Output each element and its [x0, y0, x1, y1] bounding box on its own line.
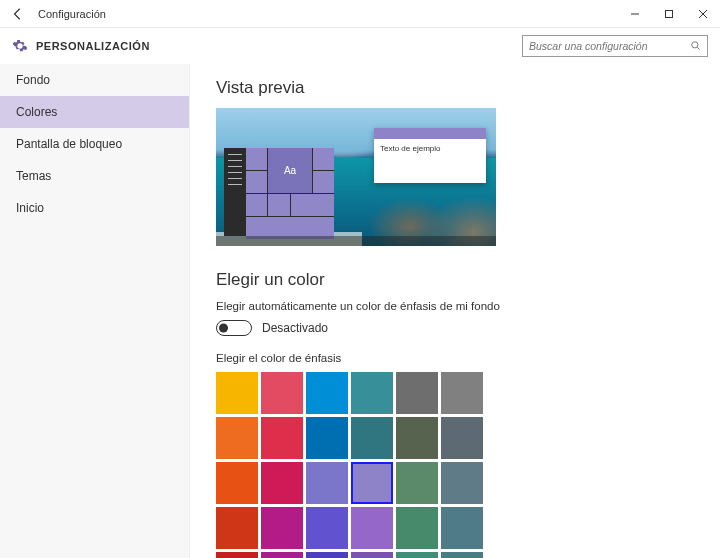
sidebar-item-label: Pantalla de bloqueo — [16, 137, 122, 151]
color-swatch[interactable] — [351, 552, 393, 558]
color-swatch[interactable] — [306, 462, 348, 504]
taskbar-preview — [216, 236, 496, 246]
sidebar-item-temas[interactable]: Temas — [0, 160, 189, 192]
sidebar-item-label: Fondo — [16, 73, 50, 87]
minimize-button[interactable] — [618, 0, 652, 28]
color-swatch[interactable] — [441, 372, 483, 414]
color-swatch[interactable] — [441, 417, 483, 459]
toggle-state-label: Desactivado — [262, 321, 328, 335]
color-swatch[interactable] — [306, 507, 348, 549]
auto-color-toggle[interactable] — [216, 320, 252, 336]
start-menu-preview: Aa — [224, 148, 334, 236]
maximize-button[interactable] — [652, 0, 686, 28]
color-swatch[interactable] — [216, 462, 258, 504]
color-swatch[interactable] — [216, 552, 258, 558]
color-swatch[interactable] — [261, 552, 303, 558]
sidebar-item-label: Colores — [16, 105, 57, 119]
header: PERSONALIZACIÓN — [0, 28, 720, 64]
window-title: Configuración — [36, 8, 618, 20]
gear-icon — [12, 38, 28, 54]
search-icon — [690, 40, 701, 53]
color-swatch[interactable] — [396, 372, 438, 414]
color-heading: Elegir un color — [216, 270, 694, 290]
accent-color-label: Elegir el color de énfasis — [216, 352, 694, 364]
color-swatch[interactable] — [261, 462, 303, 504]
sidebar-item-fondo[interactable]: Fondo — [0, 64, 189, 96]
color-swatch[interactable] — [441, 507, 483, 549]
tile-aa: Aa — [268, 148, 312, 193]
svg-rect-1 — [666, 10, 673, 17]
color-swatch[interactable] — [261, 417, 303, 459]
page-title: PERSONALIZACIÓN — [36, 40, 522, 52]
color-swatch[interactable] — [441, 462, 483, 504]
color-swatch[interactable] — [351, 462, 393, 504]
sidebar-item-label: Temas — [16, 169, 51, 183]
color-swatch[interactable] — [351, 507, 393, 549]
sidebar-item-colores[interactable]: Colores — [0, 96, 189, 128]
color-swatch[interactable] — [261, 372, 303, 414]
color-swatch[interactable] — [306, 552, 348, 558]
color-swatch[interactable] — [261, 507, 303, 549]
search-input[interactable] — [529, 40, 690, 52]
color-swatch[interactable] — [396, 462, 438, 504]
color-swatch[interactable] — [216, 507, 258, 549]
close-button[interactable] — [686, 0, 720, 28]
sidebar-item-pantalla-bloqueo[interactable]: Pantalla de bloqueo — [0, 128, 189, 160]
color-swatches — [216, 372, 694, 558]
color-swatch[interactable] — [351, 417, 393, 459]
sidebar: Fondo Colores Pantalla de bloqueo Temas … — [0, 64, 190, 558]
svg-point-4 — [692, 41, 698, 47]
color-swatch[interactable] — [306, 372, 348, 414]
color-swatch[interactable] — [396, 417, 438, 459]
color-swatch[interactable] — [351, 372, 393, 414]
sidebar-item-inicio[interactable]: Inicio — [0, 192, 189, 224]
color-swatch[interactable] — [396, 507, 438, 549]
sample-window: Texto de ejemplo — [374, 128, 486, 183]
color-swatch[interactable] — [216, 417, 258, 459]
color-swatch[interactable] — [306, 417, 348, 459]
color-swatch[interactable] — [441, 552, 483, 558]
sample-window-text: Texto de ejemplo — [374, 139, 486, 158]
sidebar-item-label: Inicio — [16, 201, 44, 215]
window-controls — [618, 0, 720, 28]
color-swatch[interactable] — [216, 372, 258, 414]
titlebar: Configuración — [0, 0, 720, 28]
search-box[interactable] — [522, 35, 708, 57]
auto-color-label: Elegir automáticamente un color de énfas… — [216, 300, 694, 312]
back-button[interactable] — [0, 0, 36, 28]
svg-line-5 — [697, 47, 699, 49]
content-area[interactable]: Vista previa Aa Texto de ejemplo — [190, 64, 720, 558]
desktop-preview: Aa Texto de ejemplo — [216, 108, 496, 246]
preview-heading: Vista previa — [216, 78, 694, 98]
color-swatch[interactable] — [396, 552, 438, 558]
